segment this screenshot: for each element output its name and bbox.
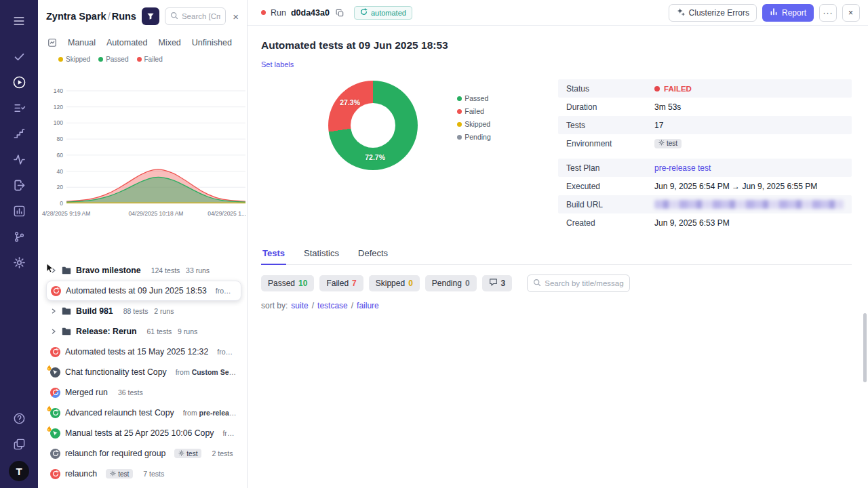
tab-automated[interactable]: Automated: [106, 38, 147, 47]
detail-row: Environmenttest: [558, 134, 852, 152]
tab-manual[interactable]: Manual: [68, 38, 96, 47]
comments-filter-chip[interactable]: 3: [482, 275, 513, 291]
more-options-button[interactable]: ···: [819, 4, 837, 22]
filter-pending-chip[interactable]: Pending0: [425, 275, 477, 291]
detail-row: Build URL: [558, 195, 852, 214]
automated-badge[interactable]: automated: [354, 6, 412, 20]
panel-close-icon[interactable]: ×: [231, 11, 240, 22]
tab-tests[interactable]: Tests: [261, 244, 286, 265]
tree-run-item[interactable]: Automated tests at 15 May 2025 12:32from…: [46, 342, 241, 362]
run-source: from pre-re...: [216, 287, 237, 295]
folder-icon: [62, 266, 71, 274]
legend-dot: [58, 57, 63, 62]
detail-row: CreatedJun 9, 2025 6:53 PM: [558, 214, 852, 232]
chevron-right-icon[interactable]: [50, 268, 57, 273]
donut-legend: PassedFailedSkippedPending: [457, 94, 491, 232]
legend-item: Passed: [457, 94, 491, 102]
branch-icon[interactable]: [5, 224, 33, 249]
tree-run-item[interactable]: relaunchtest7 tests: [46, 464, 241, 484]
settings-gear-icon[interactable]: [5, 249, 33, 275]
copy-icon[interactable]: [336, 9, 344, 17]
menu-icon[interactable]: [5, 8, 33, 34]
tree-folder-item[interactable]: Build 98188 tests 2 runs: [46, 301, 241, 321]
sidebar: T: [0, 0, 38, 488]
filter-label: Failed: [326, 279, 349, 288]
item-meta: 36 tests: [118, 388, 143, 396]
tree-run-item[interactable]: Automated tests at 09 Jun 2025 18:53from…: [46, 281, 241, 301]
detail-value: 17: [654, 121, 663, 130]
tree-run-item[interactable]: Chat functionality test Copyfrom Custom …: [46, 362, 241, 382]
sort-by-suite[interactable]: suite: [291, 301, 308, 310]
help-icon[interactable]: [5, 405, 33, 431]
tree-run-item[interactable]: Manual tests at 25 Apr 2025 10:06 Copyfr…: [46, 423, 241, 443]
automated-run-icon: [50, 449, 60, 459]
svg-text:120: 120: [54, 104, 63, 110]
breadcrumb: Zyntra Spark/Runs: [46, 11, 136, 22]
tab-defects[interactable]: Defects: [357, 244, 389, 264]
tree-folder-item[interactable]: Bravo milestone124 tests 33 runs: [46, 260, 241, 281]
filter-button[interactable]: [142, 7, 159, 25]
runs-play-icon[interactable]: [5, 69, 33, 95]
detail-row: Test Planpre-release test: [558, 159, 852, 177]
tests-scrollbar[interactable]: [863, 313, 867, 382]
svg-text:4/28/2025 9:19 AM: 4/28/2025 9:19 AM: [42, 210, 90, 217]
run-title: Automated tests at 09 Jun 2025 18:53: [261, 39, 852, 52]
legend-label: Pending: [465, 133, 491, 141]
analytics-icon[interactable]: [5, 198, 33, 224]
chevron-right-icon[interactable]: [50, 329, 57, 334]
test-plan-link[interactable]: pre-release test: [654, 163, 711, 173]
runs-panel: Zyntra Spark/Runs × Manual Automated Mix…: [38, 0, 248, 488]
donut-zone: 27.3% 72.7% PassedFailedSkippedPending: [261, 79, 558, 232]
close-run-button[interactable]: ×: [842, 4, 860, 22]
tests-search[interactable]: [527, 274, 630, 292]
activity-icon[interactable]: [5, 146, 33, 172]
sort-by-failure[interactable]: failure: [357, 301, 379, 310]
set-labels-link[interactable]: Set labels: [261, 60, 294, 68]
tree-run-item[interactable]: Merged run36 tests: [46, 382, 241, 403]
run-detail-pane: Run d0da43a0 automated Clusterize Errors…: [248, 0, 868, 488]
clusterize-errors-button[interactable]: Clusterize Errors: [669, 4, 757, 22]
svg-text:04/29/2025 10:18 AM: 04/29/2025 10:18 AM: [129, 210, 184, 217]
detail-row: StatusFAILED: [558, 79, 852, 98]
detail-value: Jun 9, 2025 6:53 PM: [654, 218, 730, 228]
tab-statistics[interactable]: Statistics: [302, 244, 340, 264]
panel-header: Zyntra Spark/Runs ×: [38, 0, 247, 31]
automated-run-icon: [51, 286, 61, 296]
detail-row: ExecutedJun 9, 2025 6:54 PM → Jun 9, 202…: [558, 177, 852, 195]
steps-icon[interactable]: [5, 121, 33, 146]
checklist-icon[interactable]: [5, 95, 33, 121]
manual-run-icon: [50, 367, 60, 378]
tree-run-item[interactable]: Advanced relaunch test Copyfrom pre-rele…: [46, 403, 241, 423]
item-name: Chat functionality test Copy: [65, 367, 167, 377]
filter-label: Skipped: [376, 279, 405, 288]
checks-icon[interactable]: [5, 43, 33, 69]
app-logo[interactable]: T: [9, 461, 29, 481]
breadcrumb-divider: /: [106, 11, 112, 22]
run-source: from Custom Selection: [176, 368, 237, 376]
runs-trend-chart: 0204060801001201404/28/2025 9:19 AM04/29…: [41, 64, 248, 221]
sort-by-testcase[interactable]: testcase: [317, 301, 348, 310]
run-tabs: Tests Statistics Defects: [261, 244, 852, 265]
automated-run-icon: [50, 347, 60, 357]
report-button[interactable]: Report: [762, 4, 814, 22]
filter-skipped-chip[interactable]: Skipped0: [369, 275, 420, 291]
import-export-icon[interactable]: [5, 172, 33, 198]
gear-icon: [178, 450, 184, 458]
tab-unfinished[interactable]: Unfinished: [192, 38, 232, 47]
runs-search[interactable]: [165, 7, 226, 25]
item-meta: 124 tests 33 runs: [151, 266, 210, 274]
tree-folder-item[interactable]: Release: Rerun61 tests 9 runs: [46, 321, 241, 342]
tab-mixed[interactable]: Mixed: [158, 38, 180, 47]
filter-passed-chip[interactable]: Passed10: [261, 275, 314, 291]
filter-failed-chip[interactable]: Failed7: [319, 275, 363, 291]
chart-toggle-icon[interactable]: [47, 38, 57, 47]
layers-icon[interactable]: [5, 431, 33, 457]
tests-search-input[interactable]: [545, 279, 624, 287]
tree-run-item[interactable]: relaunch for required grouptest2 tests: [46, 443, 241, 464]
legend-dot: [137, 57, 142, 62]
filter-count: 7: [352, 279, 357, 288]
chevron-right-icon[interactable]: [50, 308, 57, 314]
runs-search-input[interactable]: [182, 12, 220, 20]
project-name[interactable]: Zyntra Spark: [46, 11, 106, 22]
gear-icon: [658, 140, 665, 147]
